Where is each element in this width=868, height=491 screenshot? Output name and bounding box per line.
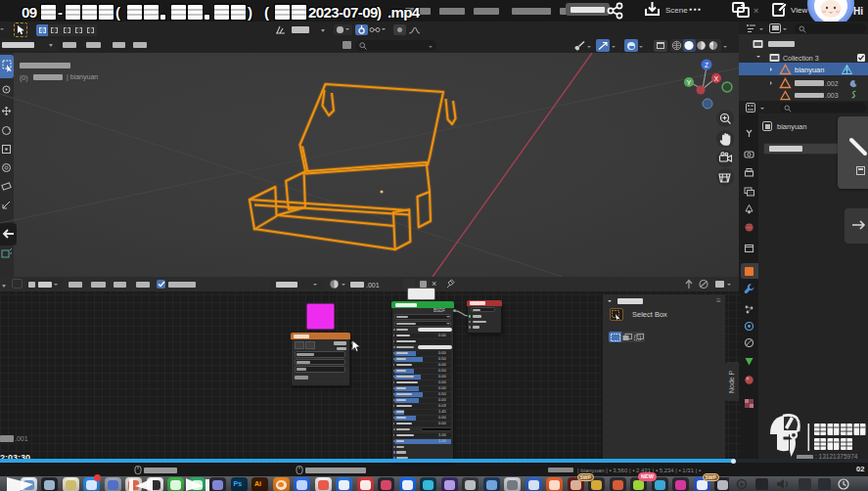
svg-text:Z: Z (705, 62, 708, 68)
svg-text:X: X (714, 75, 719, 82)
svg-text:Y: Y (687, 79, 692, 86)
